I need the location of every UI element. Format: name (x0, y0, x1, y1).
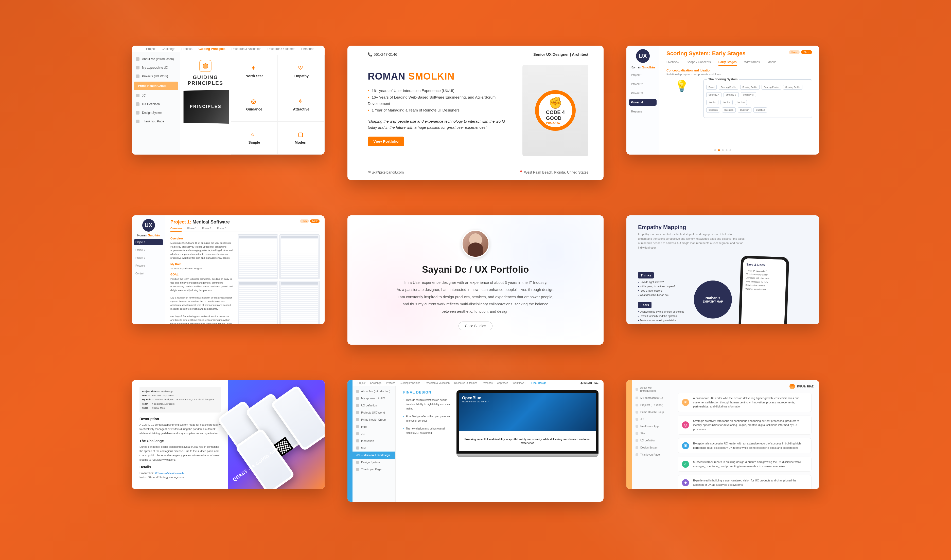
side-item[interactable]: Design System (632, 444, 670, 451)
side-item[interactable]: Project 2 (629, 81, 656, 88)
side-item[interactable]: Design System (352, 458, 395, 466)
nav-item[interactable]: Research & Validation (232, 47, 261, 51)
brand-icon (789, 384, 795, 389)
nav-item[interactable]: Project (358, 382, 366, 385)
sidebar-item[interactable]: Thank you Page (132, 117, 180, 126)
bullet: Through multiple iterations on design fr… (403, 398, 451, 411)
side-item[interactable]: My approach to UX (352, 395, 395, 402)
side-item[interactable]: Prime Health Group (632, 408, 670, 415)
bullet-list: Through multiple iterations on design fr… (403, 398, 451, 435)
side-item[interactable]: Projects (UX Work) (352, 409, 395, 416)
tab[interactable]: Overview (667, 59, 679, 66)
side-item-active[interactable]: Project 4 (629, 99, 656, 106)
tile-empathy[interactable]: ♡Empathy (278, 55, 324, 88)
compass-icon: ◎ (251, 98, 258, 105)
nav-item[interactable]: Personas (482, 382, 492, 385)
side-item[interactable]: Project 3 (629, 90, 656, 97)
wf-box: Scoring Profile (783, 85, 803, 90)
nav-item-active[interactable]: Guiding Principles (199, 47, 225, 51)
side-item[interactable]: Innovation (352, 437, 395, 445)
page-title: Project 1: Medical Software (170, 220, 320, 225)
next-pill[interactable]: Next (310, 220, 320, 223)
side-item-active[interactable]: Project 1 (134, 239, 163, 245)
nav-item[interactable]: Challenge (162, 47, 175, 51)
side-item-active[interactable]: JCI – Mission & Redesign (352, 452, 395, 458)
nav-item[interactable]: Guiding Principles (400, 382, 420, 385)
side-item[interactable]: About Me (Introduction) (352, 388, 395, 395)
detail-line: Product link: @Theworks/#healthcareindia (139, 471, 221, 475)
tab[interactable]: Scope / Concepts (687, 59, 711, 66)
tile-modern[interactable]: ▢Modern (278, 122, 324, 155)
tab-active[interactable]: Early Stages (718, 59, 737, 66)
phone-heading: Says & Does (746, 262, 783, 269)
sidebar-item[interactable]: Projects (UX Work) (132, 72, 180, 81)
side-item[interactable]: JCI (352, 430, 395, 437)
side-item[interactable]: Site (632, 430, 670, 437)
badge-icon: ◎ (682, 422, 689, 428)
badge-icon: ✶ (682, 399, 689, 406)
nav-item[interactable]: Project (146, 47, 156, 51)
side-item[interactable]: Contact (134, 271, 163, 277)
tab[interactable]: Phase 1 (187, 226, 196, 232)
hero-title: GUIDING PRINCIPLES (188, 74, 223, 86)
next-pill[interactable]: Next (801, 50, 812, 54)
avatar (462, 230, 489, 258)
tab[interactable]: Mobile (767, 59, 776, 66)
user-icon (636, 388, 638, 391)
side-item[interactable]: JCI (632, 415, 670, 423)
case-studies-button[interactable]: Case Studies (459, 322, 492, 330)
side-item[interactable]: Projects (UX Work) (632, 402, 670, 408)
sidebar-item-active[interactable]: Prime Health Group (134, 82, 178, 90)
sidebar-item[interactable]: JCI (132, 91, 180, 100)
nav-item[interactable]: Challenge (370, 382, 381, 385)
side-item[interactable]: Healthcare App (632, 423, 670, 430)
side-item[interactable]: Site (352, 445, 395, 452)
nav-item[interactable]: Process (181, 47, 192, 51)
side-item[interactable]: Project 3 (134, 255, 163, 261)
side-item[interactable]: Resume (629, 108, 656, 115)
nav-item[interactable]: Research Outcomes (454, 382, 477, 385)
nav-item[interactable]: Research Outcomes (267, 47, 295, 51)
code4good-badge: ✊ CODE 4GOODPBC.ORG (535, 90, 576, 131)
tab[interactable]: Phase 2 (202, 226, 212, 232)
nav-item[interactable]: Personas (301, 47, 314, 51)
tab-active[interactable]: Overview (170, 226, 182, 232)
prev-pill[interactable]: Prev (300, 220, 309, 223)
screenshot (279, 281, 320, 325)
nav-item-active[interactable]: Final Design (531, 382, 546, 385)
sidebar-item[interactable]: About Me (Introduction) (132, 55, 180, 63)
side-item[interactable]: Prime Health Group (352, 416, 395, 423)
tab[interactable]: Phase 3 (217, 226, 227, 232)
nav-item[interactable]: Approach (497, 382, 508, 385)
hero-image: PRINCIPLES (184, 90, 229, 124)
tab[interactable]: Wireframes (744, 59, 760, 66)
side-item[interactable]: My approach to UX (632, 394, 670, 402)
folder-icon (136, 74, 139, 78)
side-item[interactable]: Resume (134, 263, 163, 269)
portfolio-intro: I'm a User experience designer with an e… (397, 279, 554, 315)
folder-icon (636, 404, 638, 406)
tile-simple[interactable]: ○Simple (231, 122, 278, 155)
side-item[interactable]: About Me (Introduction) (632, 384, 670, 394)
nav-item[interactable]: Research & Validation (425, 382, 450, 385)
side-item[interactable]: UX definition (632, 437, 670, 444)
nav-item[interactable]: Process (386, 382, 395, 385)
view-portfolio-button[interactable]: View Portfolio (368, 137, 404, 146)
author-name: Roman Smolkin (137, 234, 160, 237)
side-item[interactable]: Project 2 (134, 247, 163, 253)
screenshot (279, 234, 320, 279)
side-item[interactable]: Project 1 (629, 72, 656, 78)
tile-guidance[interactable]: ◎Guidance (231, 88, 278, 121)
side-item[interactable]: Thank you Page (352, 466, 395, 473)
nav-item[interactable]: Workflows→ (513, 382, 527, 385)
side-item[interactable]: Thank you Page (632, 451, 670, 458)
side-item[interactable]: UX definition (352, 402, 395, 409)
sidebar-item[interactable]: My approach to UX (132, 63, 180, 72)
sidebar-item[interactable]: UX Definition (132, 100, 180, 108)
bullet: 16+ years of User Interaction Experience… (368, 88, 510, 94)
prev-pill[interactable]: Prev (789, 50, 800, 54)
side-item[interactable]: Intro (352, 423, 395, 430)
tile-north-star[interactable]: ✦North Star (231, 55, 278, 88)
tile-attractive[interactable]: ✧Attractive (278, 88, 324, 121)
sidebar-item[interactable]: Design System (132, 108, 180, 117)
